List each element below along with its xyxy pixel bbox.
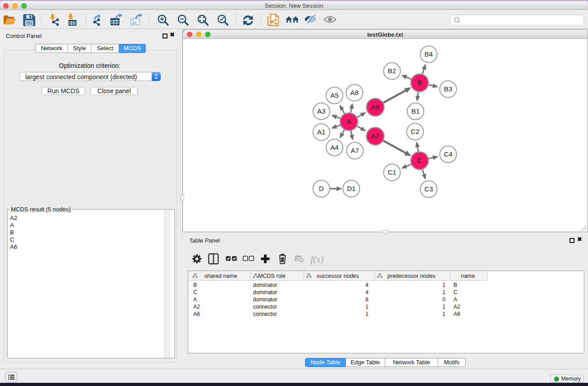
svg-text:shared name: shared name (204, 273, 237, 279)
svg-text:C2: C2 (411, 128, 419, 135)
svg-text:D1: D1 (347, 185, 355, 192)
svg-text:name: name (461, 273, 475, 279)
svg-text:f(x): f(x) (311, 254, 324, 265)
svg-text:C3: C3 (424, 185, 433, 193)
svg-text:A6: A6 (371, 103, 379, 111)
svg-text:A3: A3 (317, 107, 325, 115)
svg-text:A: A (347, 118, 351, 125)
svg-text:A1: A1 (317, 128, 325, 136)
svg-text:A2: A2 (371, 132, 379, 140)
svg-text:A8: A8 (350, 89, 359, 96)
svg-text:A4: A4 (330, 143, 339, 151)
svg-text:A5: A5 (330, 91, 339, 99)
svg-text:B4: B4 (425, 50, 433, 58)
svg-text:C1: C1 (387, 168, 396, 176)
svg-text:B2: B2 (388, 67, 396, 75)
svg-text:D: D (319, 185, 324, 192)
svg-text:MCDS role: MCDS role (258, 273, 286, 279)
svg-text:C4: C4 (444, 150, 452, 158)
svg-text:successor nodes: successor nodes (316, 273, 359, 279)
svg-text:B3: B3 (444, 85, 452, 93)
svg-text:A7: A7 (351, 147, 359, 154)
svg-text:B1: B1 (411, 107, 420, 115)
svg-text:C: C (417, 157, 422, 164)
svg-text:B: B (417, 79, 422, 86)
svg-text:predecessor nodes: predecessor nodes (387, 273, 435, 279)
